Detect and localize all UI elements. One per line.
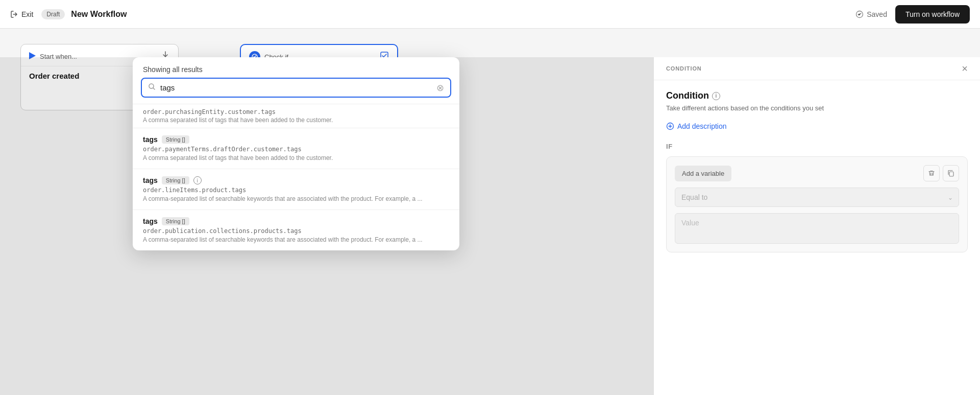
panel-header: CONDITION × <box>654 57 980 80</box>
add-variable-button[interactable]: Add a variable <box>675 166 731 181</box>
result-1-type: String [] <box>162 176 189 184</box>
panel-section-label: CONDITION <box>666 65 702 72</box>
dropdown-header: Showing all results <box>133 57 459 78</box>
right-panel: CONDITION × Condition i Take different a… <box>653 57 980 395</box>
result-item-0-header: tags String [] <box>143 135 449 144</box>
top-nav: Exit Draft New Workflow Saved Turn on wo… <box>0 0 980 29</box>
result-0-name: tags <box>143 135 158 144</box>
result-1-name: tags <box>143 176 158 184</box>
saved-label: Saved <box>867 10 887 18</box>
result-item-1[interactable]: tags String [] i order.lineItems.product… <box>133 169 459 210</box>
turn-on-button[interactable]: Turn on workflow <box>895 5 970 24</box>
panel-info-icon[interactable]: i <box>712 92 720 100</box>
exit-icon <box>10 10 18 18</box>
result-2-type: String [] <box>162 217 189 225</box>
copy-icon <box>947 170 954 177</box>
action-icons <box>923 165 959 181</box>
workflow-title: New Workflow <box>71 10 127 19</box>
result-item-truncated-top[interactable]: order.purchasingEntity.customer.tags A c… <box>133 104 459 128</box>
panel-body: Condition i Take different actions based… <box>654 80 980 395</box>
result-2-name: tags <box>143 217 158 225</box>
result-2-path: order.publication.collections.products.t… <box>143 227 449 235</box>
panel-title-row: Condition i <box>666 90 968 101</box>
search-icon <box>148 83 156 92</box>
result-0-path: order.paymentTerms.draftOrder.customer.t… <box>143 146 449 153</box>
delete-icon-button[interactable] <box>923 165 940 181</box>
equal-to-wrapper: Equal to <box>675 188 959 207</box>
nav-right: Saved Turn on workflow <box>855 5 970 24</box>
search-row: ⊗ <box>133 78 459 104</box>
exit-label: Exit <box>21 10 33 18</box>
exit-button[interactable]: Exit <box>10 10 33 18</box>
result-2-desc: A comma-separated list of searchable key… <box>143 236 449 243</box>
result-1-desc: A comma-separated list of searchable key… <box>143 195 449 202</box>
svg-rect-5 <box>949 172 953 176</box>
result-0-type: String [] <box>162 135 189 144</box>
result-1-info-icon[interactable]: i <box>193 176 202 184</box>
add-description-button[interactable]: Add description <box>666 122 727 130</box>
workflow-canvas: Start when... Order created Then + <box>0 29 980 395</box>
result-item-2-header: tags String [] <box>143 217 449 225</box>
result-1-path: order.lineItems.product.tags <box>143 187 449 194</box>
showing-all-label: Showing all results <box>143 65 203 74</box>
copy-icon-button[interactable] <box>943 165 959 181</box>
saved-icon <box>855 10 864 18</box>
search-input-wrap: ⊗ <box>141 78 451 98</box>
search-input[interactable] <box>160 83 432 92</box>
result-item-2[interactable]: tags String [] order.publication.collect… <box>133 210 459 250</box>
condition-box: Add a variable <box>666 156 968 252</box>
result-item-0[interactable]: tags String [] order.paymentTerms.draftO… <box>133 128 459 169</box>
panel-title-text: Condition <box>666 90 709 101</box>
panel-description: Take different actions based on the cond… <box>666 104 968 112</box>
if-section: IF Add a variable <box>666 143 968 252</box>
result-item-1-header: tags String [] i <box>143 176 449 184</box>
add-desc-icon <box>666 122 674 130</box>
panel-close-button[interactable]: × <box>962 63 968 74</box>
equal-to-label: Equal to <box>681 193 707 201</box>
add-description-label: Add description <box>677 122 727 130</box>
clear-search-icon[interactable]: ⊗ <box>436 83 444 92</box>
result-0-desc: A comma separated list of tags that have… <box>143 154 449 161</box>
if-label: IF <box>666 143 968 150</box>
equal-to-select[interactable]: Equal to <box>675 188 959 207</box>
search-dropdown-modal: Showing all results ⊗ order.purchasingEn… <box>133 57 459 250</box>
result-path-truncated: order.purchasingEntity.customer.tags <box>143 108 449 115</box>
value-field: Value <box>675 213 959 244</box>
result-desc-truncated: A comma separated list of tags that have… <box>143 117 449 124</box>
variable-row: Add a variable <box>675 165 959 181</box>
value-placeholder: Value <box>681 219 699 227</box>
draft-badge: Draft <box>41 9 65 19</box>
trash-icon <box>928 170 935 177</box>
saved-status: Saved <box>855 10 887 18</box>
results-list: order.purchasingEntity.customer.tags A c… <box>133 104 459 250</box>
